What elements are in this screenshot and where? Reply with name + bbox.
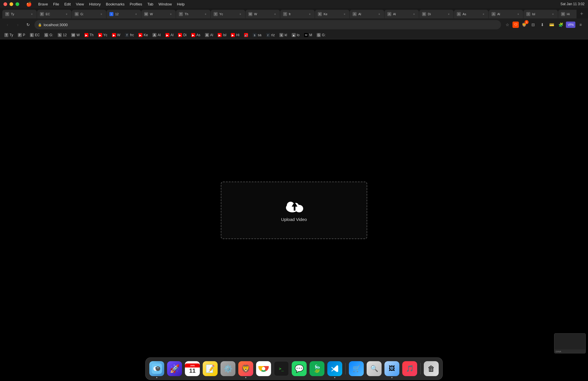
menu-history[interactable]: History bbox=[87, 1, 103, 7]
bookmark-fr[interactable]: f frc bbox=[123, 32, 136, 38]
browser-tab-t4[interactable]: 1 12 × bbox=[107, 10, 141, 18]
bookmark-as[interactable]: ▶ As bbox=[189, 32, 202, 38]
menu-bookmarks[interactable]: Bookmarks bbox=[104, 1, 127, 7]
menu-help[interactable]: Help bbox=[175, 1, 187, 7]
bookmark-ec[interactable]: E EC bbox=[28, 32, 42, 38]
dock-item-preview[interactable]: 🖼 bbox=[384, 360, 400, 377]
browser-tab-t3[interactable]: G G: × bbox=[72, 10, 106, 18]
bookmark-di[interactable]: ▶ Di bbox=[176, 32, 188, 38]
browser-tab-t8[interactable]: W W × bbox=[245, 10, 280, 18]
tab-close-t14[interactable]: × bbox=[481, 12, 486, 16]
browser-tab-t13[interactable]: D Di × bbox=[419, 10, 454, 18]
tab-close-t12[interactable]: × bbox=[412, 12, 416, 16]
dock-item-terminal[interactable]: >_ bbox=[273, 360, 290, 377]
bookmark-isl[interactable]: ▶ Isl bbox=[216, 32, 228, 38]
menu-profiles[interactable]: Profiles bbox=[127, 1, 144, 7]
back-button[interactable]: ‹ bbox=[3, 21, 11, 29]
bookmark-w1[interactable]: W W bbox=[69, 32, 82, 38]
extensions-icon[interactable]: 🧩 bbox=[557, 21, 565, 29]
browser-tab-t2[interactable]: E EC × bbox=[37, 10, 71, 18]
browser-tab-t11[interactable]: A Al × bbox=[350, 10, 384, 18]
dock-item-music[interactable]: 🎵 bbox=[401, 360, 418, 377]
bookmark-g[interactable]: G G: bbox=[42, 32, 55, 38]
brave-shield-icon[interactable]: 🛡 bbox=[512, 22, 519, 28]
tab-close-t5[interactable]: × bbox=[169, 12, 173, 16]
sidebar-toggle[interactable]: ⊟ bbox=[529, 21, 537, 29]
dock-item-appstore[interactable]: 🛒 bbox=[348, 360, 365, 377]
bookmark-ke[interactable]: ▶ Ke bbox=[136, 32, 150, 38]
tab-close-t6[interactable]: × bbox=[204, 12, 208, 16]
bookmark-lo[interactable]: ▲ lo bbox=[290, 32, 301, 38]
bookmark-m[interactable]: M M bbox=[302, 32, 314, 38]
tab-close-t4[interactable]: × bbox=[134, 12, 138, 16]
bookmark-th[interactable]: ▶ Th bbox=[82, 32, 96, 38]
wallet-icon[interactable]: 💳 bbox=[548, 21, 556, 29]
tab-close-t9[interactable]: × bbox=[308, 12, 312, 16]
bookmark-al2[interactable]: ▶ Al bbox=[163, 32, 176, 38]
menu-tab[interactable]: Tab bbox=[145, 1, 156, 7]
tab-close-t16[interactable]: × bbox=[551, 12, 555, 16]
dock-item-brave[interactable]: 🦁 bbox=[237, 360, 254, 377]
vpn-button[interactable]: VPN bbox=[566, 22, 575, 28]
bookmark-w2[interactable]: ▶ W bbox=[110, 32, 122, 38]
tab-close-t8[interactable]: × bbox=[273, 12, 277, 16]
reload-button[interactable]: ↻ bbox=[24, 21, 32, 29]
tab-close-t10[interactable]: × bbox=[343, 12, 347, 16]
tab-close-t15[interactable]: × bbox=[516, 12, 520, 16]
dock-item-notes[interactable]: 📝 bbox=[202, 360, 218, 377]
bookmark-g2[interactable]: G G: bbox=[315, 32, 328, 38]
browser-tab-t6[interactable]: T Th × bbox=[176, 10, 210, 18]
bookmark-p[interactable]: P P bbox=[16, 32, 27, 38]
upload-dropzone[interactable]: Upload Video bbox=[221, 182, 367, 239]
menu-edit[interactable]: Edit bbox=[62, 1, 73, 7]
tab-close-t3[interactable]: × bbox=[99, 12, 103, 16]
dock-item-trash[interactable]: 🗑 bbox=[423, 360, 440, 377]
dock-item-calendar[interactable]: JAN 11 bbox=[184, 360, 201, 377]
tab-close-t7[interactable]: × bbox=[238, 12, 242, 16]
bookmark-kl[interactable]: k kl bbox=[277, 32, 289, 38]
forward-button[interactable]: › bbox=[14, 21, 22, 29]
tab-close-t13[interactable]: × bbox=[447, 12, 451, 16]
dock-item-vscode[interactable] bbox=[326, 360, 343, 377]
browser-tab-t1[interactable]: T Ty × bbox=[2, 10, 37, 18]
bookmark-ri[interactable]: r riz bbox=[264, 32, 277, 38]
dock-item-spotlight[interactable]: 🔍 bbox=[366, 360, 382, 377]
dock-item-mongodb[interactable]: 🍃 bbox=[309, 360, 325, 377]
browser-tab-t5[interactable]: W W × bbox=[141, 10, 176, 18]
close-button[interactable] bbox=[3, 2, 7, 6]
menu-brave[interactable]: Brave bbox=[36, 1, 50, 7]
dock-item-chrome[interactable] bbox=[255, 360, 272, 377]
address-bar[interactable]: 🔒 localhost:3000 bbox=[34, 20, 501, 29]
mini-preview-window[interactable]: GINA bbox=[554, 333, 586, 353]
browser-tab-t7[interactable]: Y Yc × bbox=[211, 10, 245, 18]
dock-item-finder[interactable] bbox=[148, 360, 165, 377]
browser-tab-t10[interactable]: K Ke × bbox=[315, 10, 349, 18]
browser-tab-t12[interactable]: A Al × bbox=[384, 10, 419, 18]
dock-item-launchpad[interactable]: 🚀 bbox=[166, 360, 183, 377]
download-icon[interactable]: ⬇ bbox=[538, 21, 546, 29]
bookmark-vol[interactable]: 🔊 bbox=[242, 32, 250, 38]
browser-tab-t17[interactable]: H Hi × bbox=[558, 10, 577, 18]
tab-close-t11[interactable]: × bbox=[377, 12, 381, 16]
browser-tab-t15[interactable]: A Al × bbox=[489, 10, 523, 18]
tab-close-t2[interactable]: × bbox=[65, 12, 69, 16]
browser-tab-t16[interactable]: I Isl × bbox=[523, 10, 558, 18]
menu-file[interactable]: File bbox=[51, 1, 61, 7]
bookmark-al1[interactable]: A Al bbox=[150, 32, 163, 38]
minimize-button[interactable] bbox=[9, 2, 13, 6]
bookmark-al3[interactable]: A Al bbox=[203, 32, 215, 38]
brave-rewards-icon[interactable]: 🦁 1 bbox=[520, 21, 528, 29]
dock-item-whatsapp[interactable]: 💬 bbox=[291, 360, 307, 377]
bookmark-this-icon[interactable]: ☆ bbox=[503, 21, 511, 29]
dock-item-system-prefs[interactable]: ⚙️ bbox=[220, 360, 236, 377]
bookmark-ty[interactable]: T Ty bbox=[2, 32, 15, 38]
maximize-button[interactable] bbox=[16, 2, 19, 6]
bookmark-yc[interactable]: ▶ Yc bbox=[96, 32, 109, 38]
apple-menu[interactable]: 🍎 bbox=[24, 1, 34, 7]
bookmark-sa[interactable]: s sa bbox=[251, 32, 264, 38]
new-tab-button[interactable]: + bbox=[578, 10, 586, 18]
menu-window[interactable]: Window bbox=[156, 1, 174, 7]
browser-tab-t9[interactable]: f fr × bbox=[280, 10, 315, 18]
tab-close-t1[interactable]: × bbox=[30, 12, 34, 16]
bookmark-12[interactable]: ↻ 12 bbox=[56, 32, 69, 38]
